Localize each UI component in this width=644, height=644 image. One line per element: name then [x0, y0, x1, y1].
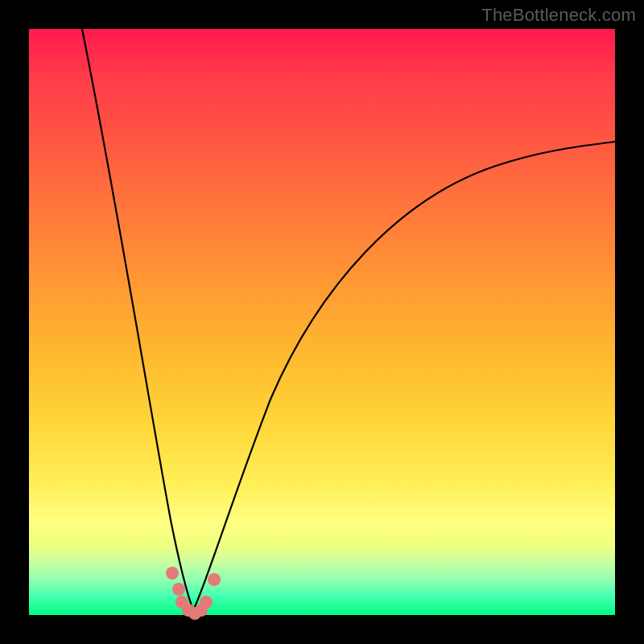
plot-area — [29, 29, 615, 615]
chart-frame: TheBottleneck.com — [0, 0, 644, 644]
curve-left-branch — [82, 29, 193, 610]
highlight-dot-6 — [200, 596, 213, 609]
curve-right-branch — [193, 142, 615, 610]
highlight-dot-7 — [208, 573, 221, 586]
watermark-text: TheBottleneck.com — [481, 5, 636, 26]
bottleneck-curve — [29, 29, 615, 615]
highlight-dot-1 — [172, 583, 185, 596]
highlight-dot-0 — [166, 567, 179, 580]
